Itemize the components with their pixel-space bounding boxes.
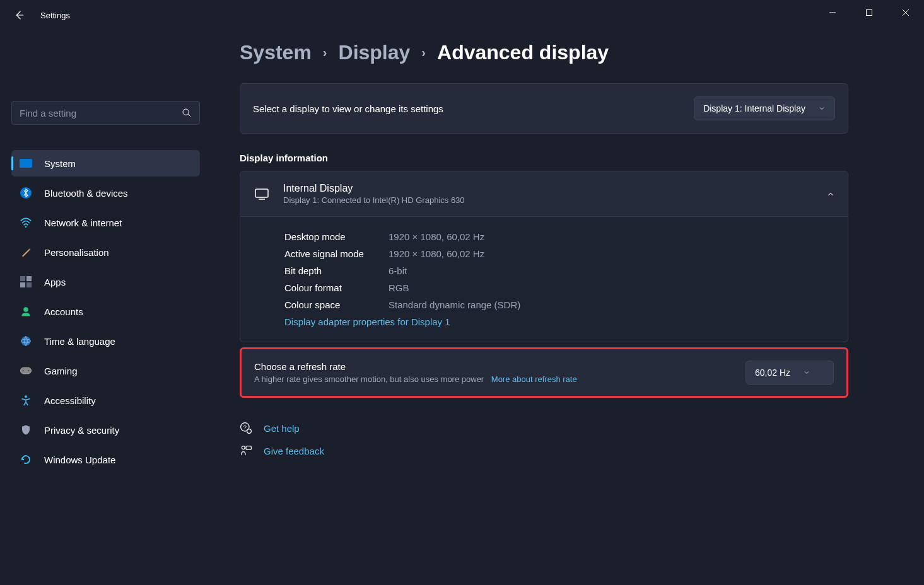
close-button[interactable] [887, 0, 924, 25]
svg-point-8 [25, 226, 27, 228]
sidebar-item-label: Gaming [44, 366, 78, 376]
select-display-card: Select a display to view or change its s… [240, 83, 848, 134]
select-display-prompt: Select a display to view or change its s… [253, 103, 694, 114]
svg-rect-10 [26, 276, 32, 281]
sidebar-item-windows-update[interactable]: Windows Update [11, 446, 200, 473]
svg-point-4 [183, 109, 189, 115]
sidebar-item-bluetooth[interactable]: Bluetooth & devices [11, 180, 200, 206]
svg-text:?: ? [243, 424, 247, 431]
svg-rect-11 [20, 282, 25, 287]
system-icon [19, 156, 33, 170]
refresh-rate-description: A higher rate gives smoother motion, but… [254, 374, 484, 384]
sidebar-item-accessibility[interactable]: Accessibility [11, 387, 200, 414]
svg-point-14 [21, 337, 31, 346]
accessibility-icon [19, 393, 33, 407]
sidebar-item-system[interactable]: System [11, 150, 200, 177]
svg-rect-20 [255, 189, 268, 197]
window-title: Settings [40, 11, 70, 20]
sidebar-item-label: Personalisation [44, 247, 109, 258]
feedback-link[interactable]: Give feedback [264, 446, 324, 456]
sidebar: System Bluetooth & devices Network & int… [0, 76, 211, 476]
chevron-down-icon [803, 369, 810, 376]
svg-rect-6 [20, 159, 32, 168]
maximize-button[interactable] [851, 0, 887, 25]
svg-point-25 [242, 446, 245, 449]
sidebar-item-accounts[interactable]: Accounts [11, 298, 200, 325]
help-links: ? Get help Give feedback [240, 417, 848, 462]
get-help-link[interactable]: Get help [264, 423, 300, 434]
sidebar-item-gaming[interactable]: Gaming [11, 357, 200, 384]
display-info-body: Desktop mode 1920 × 1080, 60,02 Hz Activ… [240, 217, 848, 342]
sidebar-item-label: Privacy & security [44, 425, 119, 436]
display-connection: Display 1: Connected to Intel(R) HD Grap… [283, 195, 826, 205]
refresh-rate-dropdown[interactable]: 60,02 Hz [746, 361, 834, 385]
svg-rect-1 [867, 10, 872, 16]
sidebar-item-privacy[interactable]: Privacy & security [11, 417, 200, 443]
chevron-right-icon: › [421, 45, 426, 60]
search-input[interactable] [20, 108, 182, 119]
svg-point-19 [25, 395, 27, 398]
refresh-rate-more-link[interactable]: More about refresh rate [491, 374, 577, 384]
sidebar-item-label: Network & internet [44, 217, 122, 228]
refresh-rate-title: Choose a refresh rate [254, 361, 746, 372]
sidebar-item-network[interactable]: Network & internet [11, 209, 200, 236]
maximize-icon [865, 9, 873, 16]
breadcrumb: System › Display › Advanced display [240, 41, 848, 64]
info-row-colour-space: Colour space Standard dynamic range (SDR… [284, 296, 835, 313]
monitor-icon [253, 188, 271, 200]
feedback-row[interactable]: Give feedback [240, 439, 848, 462]
svg-point-24 [247, 429, 252, 434]
feedback-icon [240, 444, 252, 457]
info-row-active-signal: Active signal mode 1920 × 1080, 60,02 Hz [284, 245, 835, 262]
sidebar-item-label: Time & language [44, 336, 115, 347]
svg-rect-9 [20, 276, 25, 281]
chevron-down-icon [818, 105, 826, 112]
svg-line-5 [188, 114, 190, 117]
adapter-properties-row: Display adapter properties for Display 1 [284, 313, 835, 330]
breadcrumb-display[interactable]: Display [339, 41, 411, 64]
adapter-properties-link[interactable]: Display adapter properties for Display 1 [284, 316, 450, 327]
search-box[interactable] [11, 101, 200, 125]
sidebar-item-label: Accessibility [44, 395, 96, 406]
search-icon [182, 108, 192, 118]
info-row-colour-format: Colour format RGB [284, 279, 835, 296]
section-title: Display information [240, 153, 848, 163]
sidebar-item-label: Apps [44, 277, 66, 287]
svg-point-18 [28, 370, 29, 371]
person-icon [19, 304, 33, 318]
refresh-rate-value: 60,02 Hz [755, 368, 790, 378]
back-button[interactable] [13, 9, 25, 21]
page-title: Advanced display [437, 41, 609, 64]
arrow-left-icon [13, 9, 25, 21]
gamepad-icon [19, 364, 33, 378]
update-icon [19, 453, 33, 466]
breadcrumb-system[interactable]: System [240, 41, 312, 64]
sidebar-item-personalisation[interactable]: Personalisation [11, 239, 200, 265]
info-row-bit-depth: Bit depth 6-bit [284, 262, 835, 279]
display-info-header[interactable]: Internal Display Display 1: Connected to… [240, 171, 848, 217]
svg-point-13 [23, 307, 28, 312]
sidebar-item-label: Bluetooth & devices [44, 188, 128, 199]
sidebar-item-label: Windows Update [44, 455, 115, 465]
get-help-row[interactable]: ? Get help [240, 417, 848, 439]
bluetooth-icon [19, 186, 33, 200]
sidebar-item-label: Accounts [44, 306, 83, 317]
display-selector-dropdown[interactable]: Display 1: Internal Display [694, 96, 835, 120]
display-name: Internal Display [283, 183, 826, 194]
sidebar-item-label: System [44, 158, 76, 169]
info-row-desktop-mode: Desktop mode 1920 × 1080, 60,02 Hz [284, 228, 835, 245]
svg-rect-16 [20, 368, 31, 374]
close-icon [902, 9, 909, 16]
sidebar-item-time-language[interactable]: Time & language [11, 328, 200, 354]
shield-icon [19, 423, 33, 437]
help-icon: ? [240, 422, 252, 434]
brush-icon [19, 245, 33, 259]
globe-icon [19, 334, 33, 348]
minimize-button[interactable] [814, 0, 851, 25]
title-bar: Settings [0, 0, 924, 30]
display-selector-value: Display 1: Internal Display [703, 103, 805, 113]
main-content: System › Display › Advanced display Sele… [240, 41, 848, 462]
apps-icon [19, 275, 33, 289]
sidebar-item-apps[interactable]: Apps [11, 269, 200, 295]
svg-point-17 [23, 370, 24, 371]
